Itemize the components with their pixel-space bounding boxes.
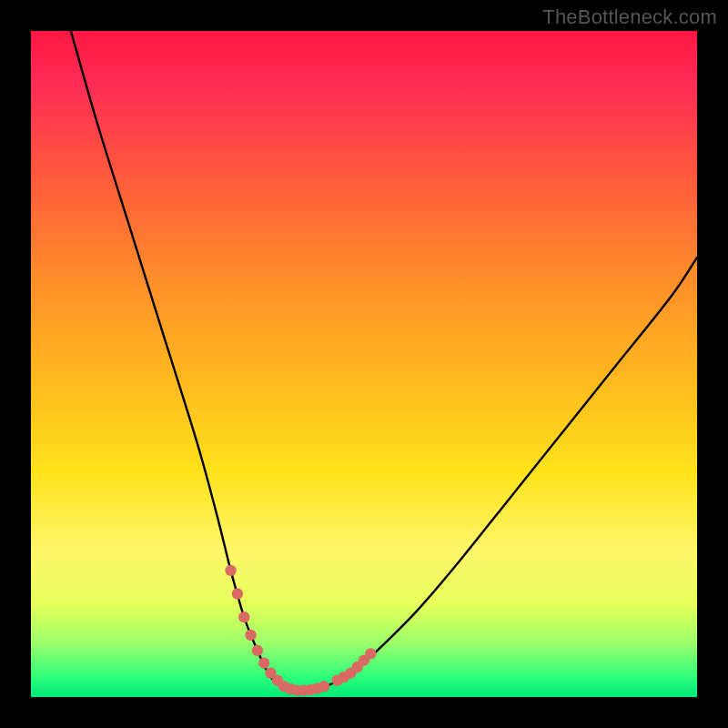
marker-dot bbox=[232, 588, 243, 599]
marker-dot bbox=[365, 648, 376, 659]
watermark-text: TheBottleneck.com bbox=[542, 5, 717, 29]
marker-dot bbox=[225, 565, 236, 576]
chart-svg bbox=[31, 31, 697, 697]
marker-dot bbox=[238, 612, 249, 622]
marker-cluster-flat bbox=[278, 681, 329, 696]
bottleneck-curve bbox=[71, 31, 697, 691]
marker-dot bbox=[318, 681, 329, 692]
chart-frame: TheBottleneck.com bbox=[0, 0, 728, 728]
plot-area bbox=[31, 31, 697, 697]
marker-dot bbox=[252, 645, 263, 656]
marker-cluster-right bbox=[332, 648, 377, 686]
marker-dot bbox=[258, 657, 269, 668]
marker-dot bbox=[245, 630, 256, 641]
